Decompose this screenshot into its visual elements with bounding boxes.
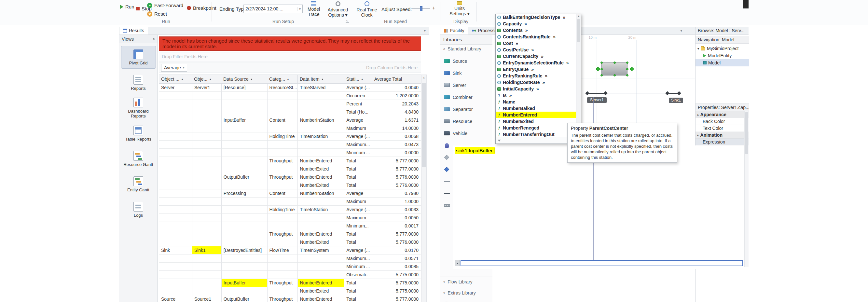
- pivot-cell[interactable]: [268, 149, 298, 157]
- pivot-cell[interactable]: [192, 141, 222, 149]
- chevron-down-icon[interactable]: ▾: [297, 7, 301, 11]
- scroll-up-icon[interactable]: ▲: [577, 14, 581, 19]
- autocomplete-item[interactable]: NumberExited: [496, 118, 576, 125]
- pivot-cell[interactable]: [268, 287, 298, 295]
- pivot-cell[interactable]: NumberExited: [298, 238, 344, 246]
- pivot-cell[interactable]: [298, 149, 344, 157]
- pivot-cell[interactable]: [159, 124, 192, 132]
- pivot-cell[interactable]: [159, 263, 192, 271]
- pivot-cell[interactable]: [268, 254, 298, 263]
- library-item-source[interactable]: Source: [440, 55, 492, 67]
- pivot-cell[interactable]: [268, 165, 298, 173]
- pivot-cell[interactable]: [Resource]: [222, 84, 268, 92]
- pivot-cell[interactable]: [159, 165, 192, 173]
- library-item-sink[interactable]: Sink: [440, 67, 492, 79]
- properties-scrollbar[interactable]: [744, 111, 749, 267]
- view-item-entity-gantt[interactable]: Entity Gantt: [121, 173, 156, 195]
- pivot-cell[interactable]: [192, 149, 222, 157]
- autocomplete-item[interactable]: Contents»: [496, 27, 576, 33]
- view-item-dashboard-reports[interactable]: Dashboard Reports: [121, 97, 156, 119]
- pivot-cell[interactable]: [159, 141, 192, 149]
- pivot-cell[interactable]: [222, 141, 268, 149]
- pivot-cell[interactable]: 1,202.0000: [372, 92, 422, 100]
- pivot-cell[interactable]: [192, 287, 222, 295]
- pivot-cell[interactable]: [159, 254, 192, 263]
- selection-handle[interactable]: [614, 74, 616, 77]
- pivot-cell[interactable]: [222, 206, 268, 214]
- pivot-cell[interactable]: Sink1: [192, 246, 222, 254]
- collapse-icon[interactable]: ▴: [697, 113, 699, 116]
- pivot-cell[interactable]: [159, 157, 192, 165]
- average-field-button[interactable]: Average ▾: [161, 64, 187, 71]
- pivot-cell[interactable]: [298, 124, 344, 132]
- pivot-cell[interactable]: OutputBuffer: [222, 295, 268, 302]
- collapse-panel-button[interactable]: <: [152, 36, 155, 41]
- pivot-cell[interactable]: [222, 230, 268, 238]
- pivot-cell[interactable]: [222, 108, 268, 116]
- pivot-cell[interactable]: NumberInStation: [298, 189, 344, 198]
- pivot-cell[interactable]: [192, 157, 222, 165]
- pivot-cell[interactable]: 5,776.0000: [372, 181, 422, 189]
- pivot-cell[interactable]: Maximum...: [344, 254, 372, 263]
- pivot-cell[interactable]: Server1: [192, 84, 222, 92]
- pivot-cell[interactable]: [192, 108, 222, 116]
- pivot-cell[interactable]: Maximum...: [344, 214, 372, 222]
- pivot-cell[interactable]: Total: [344, 238, 372, 246]
- pivot-cell[interactable]: [298, 100, 344, 108]
- pivot-cell[interactable]: NumberEntered: [298, 173, 344, 181]
- pivot-cell[interactable]: Minimum ...: [344, 263, 372, 271]
- pivot-cell[interactable]: Throughput: [268, 295, 298, 302]
- pivot-cell[interactable]: 0.0040: [372, 84, 422, 92]
- pivot-cell[interactable]: [192, 165, 222, 173]
- properties-header[interactable]: Properties: Server1.cap...: [695, 103, 749, 111]
- pivot-cell[interactable]: TimeStarved: [298, 84, 344, 92]
- pivot-cell[interactable]: Total: [344, 157, 372, 165]
- pivot-cell[interactable]: Minimum ...: [344, 149, 372, 157]
- pivot-cell[interactable]: 5,775.0000: [372, 271, 422, 279]
- pivot-cell[interactable]: Average (...: [344, 246, 372, 254]
- pivot-cell[interactable]: [222, 198, 268, 206]
- pivot-cell[interactable]: 0.0017: [372, 222, 422, 230]
- library-item-separator[interactable]: Separator: [440, 103, 492, 115]
- pivot-cell[interactable]: HoldingTime: [268, 132, 298, 141]
- pivot-cell[interactable]: [298, 108, 344, 116]
- selection-handle[interactable]: [600, 74, 603, 77]
- model-trace-button[interactable]: Model Trace: [301, 1, 327, 17]
- pivot-cell[interactable]: 0.0571: [372, 254, 422, 263]
- pivot-cell[interactable]: [192, 100, 222, 108]
- pivot-cell[interactable]: [192, 189, 222, 198]
- pivot-cell[interactable]: Average (...: [344, 84, 372, 92]
- view-item-logs[interactable]: Logs: [121, 198, 156, 221]
- library-item-vehicle[interactable]: Vehicle: [440, 127, 492, 139]
- pivot-cell[interactable]: 5,776.0000: [372, 238, 422, 246]
- pivot-cell[interactable]: [268, 124, 298, 132]
- pivot-cell[interactable]: [159, 132, 192, 141]
- pivot-cell[interactable]: [159, 222, 192, 230]
- pivot-cell[interactable]: [222, 157, 268, 165]
- tab-facility[interactable]: Facility: [440, 27, 468, 34]
- pivot-cell[interactable]: NumberEntered: [298, 157, 344, 165]
- pivot-cell[interactable]: [268, 198, 298, 206]
- units-settings-button[interactable]: Units Settings ▾: [446, 1, 472, 16]
- column-header[interactable]: Data Item▲: [298, 74, 344, 84]
- pivot-cell[interactable]: HoldingTime: [268, 206, 298, 214]
- pivot-cell[interactable]: Maximum: [344, 198, 372, 206]
- pivot-cell[interactable]: Total: [344, 279, 372, 287]
- selection-handle[interactable]: [614, 61, 616, 64]
- pivot-cell[interactable]: [192, 214, 222, 222]
- pivot-cell[interactable]: [192, 263, 222, 271]
- dropdown-scrollbar[interactable]: ▲ ▼: [576, 14, 581, 137]
- pivot-cell[interactable]: [222, 132, 268, 141]
- property-row-expression[interactable]: Expression: [695, 139, 749, 146]
- pivot-cell[interactable]: 20.2043: [372, 100, 422, 108]
- selection-handle[interactable]: [626, 74, 628, 77]
- pivot-cell[interactable]: Content: [268, 116, 298, 124]
- pivot-cell[interactable]: 5,775.0000: [372, 279, 422, 287]
- selection-handle[interactable]: [600, 61, 603, 64]
- pivot-cell[interactable]: [268, 238, 298, 246]
- pivot-cell[interactable]: [159, 238, 192, 246]
- tab-results[interactable]: Results: [119, 27, 148, 34]
- pivot-cell[interactable]: [192, 230, 222, 238]
- autocomplete-item[interactable]: Is»: [496, 92, 576, 99]
- pivot-cell[interactable]: [268, 92, 298, 100]
